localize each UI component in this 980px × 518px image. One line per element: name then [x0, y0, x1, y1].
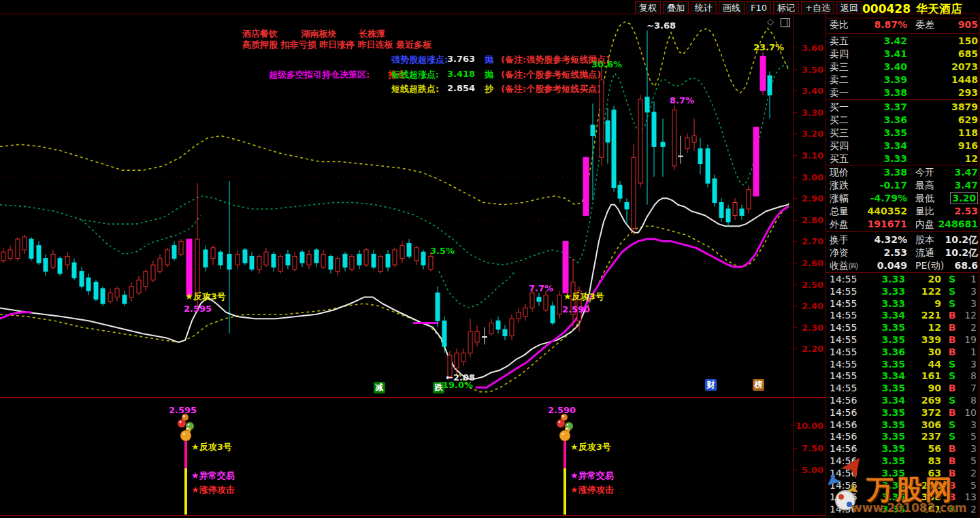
tick-row[interactable]: 14:563.3563B2 [827, 468, 979, 480]
tick-row[interactable]: 14:553.339S3 [827, 298, 979, 310]
ask-level-label: 卖三 [830, 61, 849, 74]
tick-row[interactable]: 14:563.35237S5 [827, 431, 979, 443]
tick-row[interactable]: 14:563.35306S3 [827, 419, 979, 432]
up-candle [455, 353, 459, 368]
bid-volume: 118 [929, 127, 978, 140]
up-candle [544, 295, 548, 310]
tick-price: 3.35 [864, 359, 905, 371]
tick-time: 14:55 [830, 346, 857, 359]
ask-row[interactable]: 卖二3.391448 [827, 74, 979, 86]
ask-row[interactable]: 卖四3.41685 [827, 48, 979, 61]
tick-row[interactable]: 14:553.34221B12 [827, 310, 979, 322]
info-row: 现价3.38今开3.47 [827, 166, 979, 179]
down-candle [286, 254, 290, 265]
ask-price: 3.41 [854, 48, 907, 61]
down-candle [372, 254, 376, 267]
tick-time: 14:56 [830, 407, 857, 419]
up-candle [51, 254, 55, 267]
tick-price: 3.33 [864, 298, 905, 310]
up-candle [429, 257, 433, 270]
up-candle [257, 257, 261, 270]
balloon-highlight [567, 424, 569, 426]
ask-volume: 2073 [929, 61, 978, 74]
balloon-highlight [562, 433, 564, 435]
tick-count: 1 [958, 274, 977, 286]
ask-row[interactable]: 卖五3.42150 [827, 35, 979, 48]
tick-side: S [947, 286, 958, 298]
tick-count: 2 [958, 504, 977, 516]
tick-row[interactable]: 14:553.34161S8 [827, 370, 979, 383]
tick-time: 14:55 [830, 298, 857, 310]
tick-row[interactable]: 14:553.3590B7 [827, 383, 979, 395]
tick-price: 3.36 [864, 346, 905, 359]
tick-row[interactable]: 14:563.34269S8 [827, 395, 979, 407]
tick-row[interactable]: 14:553.33122S3 [827, 286, 979, 298]
limit-up-candle [563, 241, 568, 293]
tick-price: 3.33 [864, 274, 905, 286]
panel-separator [826, 33, 979, 34]
tick-time: 14:56 [830, 455, 857, 468]
down-candle [343, 254, 347, 267]
panel-separator [826, 231, 979, 232]
chart-annotation: 3.5% [430, 246, 455, 256]
down-candle [591, 125, 595, 136]
signal-balloon [180, 430, 191, 441]
weibi-label: 委比 [830, 18, 849, 31]
bid-row[interactable]: 买二3.36629 [827, 114, 979, 127]
tick-price: 3.35 [864, 455, 905, 468]
signal-label: ★异常交易 [570, 471, 614, 481]
tick-row[interactable]: 14:563.3556B3 [827, 443, 979, 455]
ask-row[interactable]: 卖一3.38293 [827, 86, 979, 99]
info-label: 外盘 [830, 218, 849, 231]
tick-side: S [947, 298, 958, 310]
tick-price: 3.35 [864, 419, 905, 432]
candlestick-chart[interactable] [0, 0, 826, 518]
down-candle [768, 76, 772, 95]
stock-title: 000428华天酒店 [862, 1, 962, 17]
tick-row[interactable]: 14:553.35339B19 [827, 334, 979, 346]
up-candle [278, 257, 282, 272]
up-candle [468, 331, 472, 353]
signal-label: ★反攻3号 [570, 442, 611, 452]
weibi-value: 8.87% [854, 18, 907, 31]
chart-badge-财[interactable]: 财 [705, 379, 717, 391]
bid-row[interactable]: 买三3.35118 [827, 127, 979, 140]
tick-row[interactable]: 14:553.3630B1 [827, 346, 979, 359]
tick-price: 3.34 [864, 395, 905, 407]
tick-row[interactable]: 14:563.35221B5 [827, 480, 979, 492]
bid-row[interactable]: 买四3.34916 [827, 140, 979, 152]
tick-row[interactable]: 14:563.35358B13 [827, 491, 979, 504]
up-candle [65, 257, 69, 265]
tick-volume: 9 [907, 298, 941, 310]
tick-time: 14:56 [830, 468, 857, 480]
bid-row[interactable]: 买一3.373879 [827, 101, 979, 114]
info-value: 10.2亿 [929, 233, 978, 246]
up-candle [293, 257, 297, 270]
magenta-ma-3-line [476, 207, 788, 388]
tick-row[interactable]: 14:553.3320S1 [827, 274, 979, 286]
balloon-highlight [180, 421, 182, 423]
toolbar-button-返回[interactable]: 返回 [836, 1, 862, 14]
limit-up-candle [753, 127, 759, 196]
tick-volume: 90 [907, 383, 941, 395]
tick-row[interactable]: 14:563.3583B5 [827, 455, 979, 468]
tick-row[interactable]: 14:553.3512B2 [827, 322, 979, 334]
signal-bar-yellow [564, 468, 566, 515]
bid-row[interactable]: 买五3.3312 [827, 152, 979, 165]
tick-count: 2 [958, 468, 977, 480]
tick-price: 3.35 [864, 383, 905, 395]
down-candle [537, 297, 541, 302]
ask-row[interactable]: 卖三3.402073 [827, 61, 979, 74]
info-value: 2.53 [929, 205, 978, 218]
tick-row[interactable]: 14:563.35372B10 [827, 407, 979, 419]
app-window: 复权叠加统计画线F10标记+自选返回 000428华天酒店 ◇ 酒店餐饮 湖南板… [0, 0, 980, 518]
info-label: 涨幅 [830, 192, 849, 205]
info-label: 总量 [830, 205, 849, 218]
tick-row[interactable]: 14:563.35161S2 [827, 504, 979, 516]
down-candle [661, 142, 665, 146]
tick-time: 14:55 [830, 359, 857, 371]
tick-count: 3 [958, 359, 977, 371]
chart-badge-榜[interactable]: 榜 [753, 379, 764, 391]
info-value: 440352 [854, 205, 907, 218]
tick-row[interactable]: 14:553.3544S3 [827, 359, 979, 371]
